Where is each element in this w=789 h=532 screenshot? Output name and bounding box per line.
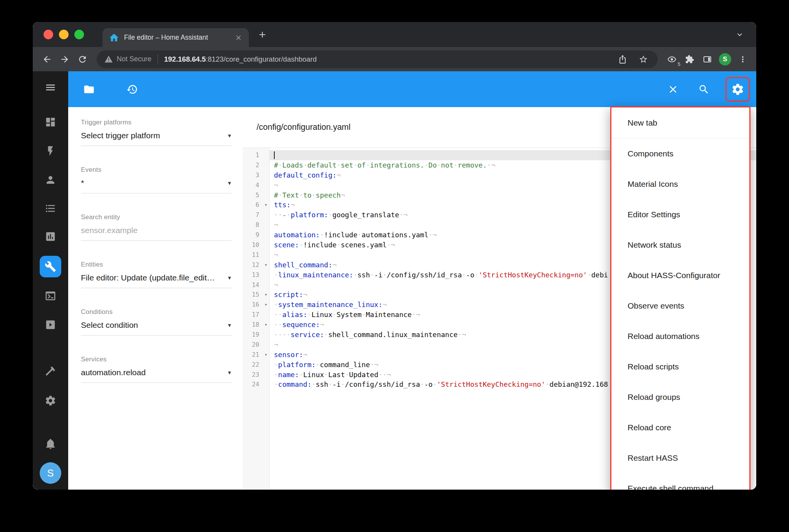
browser-menu-icon[interactable] bbox=[734, 50, 752, 68]
line-number: 23 bbox=[243, 370, 269, 380]
folder-browse-icon[interactable] bbox=[80, 80, 98, 99]
chevron-down-icon: ▼ bbox=[227, 180, 232, 186]
automation-form-panel: Trigger platforms Select trigger platfor… bbox=[68, 107, 243, 490]
line-number: 6▾ bbox=[243, 200, 269, 210]
field-search-entity: Search entity sensor.example bbox=[81, 213, 232, 241]
trigger-platform-select[interactable]: Select trigger platform▼ bbox=[81, 131, 232, 146]
ha-sidebar: S bbox=[33, 71, 68, 490]
minimize-window-button[interactable] bbox=[59, 30, 69, 39]
fold-arrow-icon[interactable]: ▾ bbox=[264, 290, 267, 300]
url-host: 192.168.64.5 bbox=[164, 55, 206, 63]
line-number: 22 bbox=[243, 360, 269, 370]
security-chip[interactable]: Not Secure bbox=[104, 55, 151, 64]
url-text: 192.168.64.5:8123/core_configurator/dash… bbox=[164, 55, 317, 64]
sidebar-item-logbook[interactable] bbox=[41, 199, 60, 218]
address-bar[interactable]: Not Secure 192.168.64.5:8123/core_config… bbox=[97, 50, 658, 68]
entities-select[interactable]: File editor: Update (update.file_edit…▼ bbox=[81, 273, 232, 288]
line-number: 4 bbox=[243, 180, 269, 190]
settings-dropdown-menu: New tab Components Material Icons Editor… bbox=[610, 106, 750, 490]
fold-arrow-icon[interactable]: ▾ bbox=[264, 260, 267, 270]
fold-arrow-icon[interactable]: ▾ bbox=[264, 350, 267, 360]
bookmark-star-icon[interactable] bbox=[635, 50, 652, 68]
menu-item-reload-automations[interactable]: Reload automations bbox=[611, 321, 749, 351]
field-label: Events bbox=[81, 166, 232, 174]
settings-gear-icon[interactable] bbox=[729, 80, 747, 99]
notifications-bell-icon[interactable] bbox=[41, 435, 60, 453]
side-panel-icon[interactable] bbox=[698, 50, 716, 68]
annotation-gear-highlight bbox=[725, 77, 750, 102]
browser-window: File editor – Home Assistant Not Secure bbox=[33, 22, 756, 490]
line-number: 15▾ bbox=[243, 290, 269, 300]
sidebar-item-file-editor[interactable] bbox=[40, 256, 61, 277]
profile-initial: S bbox=[723, 55, 727, 63]
reload-button[interactable] bbox=[74, 50, 91, 68]
menu-item-about[interactable]: About HASS-Configurator bbox=[611, 260, 749, 290]
menu-item-execute-shell-command[interactable]: Execute shell command bbox=[611, 473, 749, 490]
sidebar-item-energy[interactable] bbox=[41, 142, 60, 160]
menu-item-new-tab[interactable]: New tab bbox=[611, 107, 749, 138]
menu-item-network-status[interactable]: Network status bbox=[611, 230, 749, 260]
field-label: Entities bbox=[81, 261, 232, 269]
home-assistant-favicon-icon bbox=[109, 32, 119, 43]
menu-item-reload-core[interactable]: Reload core bbox=[611, 412, 749, 443]
field-label: Services bbox=[81, 356, 232, 363]
back-button[interactable] bbox=[38, 50, 56, 68]
chevron-down-icon: ▼ bbox=[227, 133, 232, 139]
search-icon[interactable] bbox=[695, 80, 713, 99]
forward-button[interactable] bbox=[56, 50, 74, 68]
sidebar-item-person[interactable] bbox=[41, 171, 60, 189]
sidebar-item-developer-tools[interactable] bbox=[41, 362, 60, 380]
tab-title: File editor – Home Assistant bbox=[124, 34, 233, 42]
line-number: 24 bbox=[243, 379, 269, 389]
line-number: 12▾ bbox=[243, 260, 269, 270]
fold-arrow-icon[interactable]: ▾ bbox=[264, 200, 267, 210]
url-path: :8123/core_configurator/dashboard bbox=[206, 55, 317, 63]
field-label: Search entity bbox=[81, 213, 232, 221]
menu-item-observe-events[interactable]: Observe events bbox=[611, 290, 749, 321]
menu-item-material-icons[interactable]: Material Icons bbox=[611, 169, 749, 199]
menu-item-reload-groups[interactable]: Reload groups bbox=[611, 382, 749, 412]
menu-item-restart-hass[interactable]: Restart HASS bbox=[611, 443, 749, 473]
fold-arrow-icon[interactable]: ▾ bbox=[264, 300, 267, 310]
chevron-down-icon: ▼ bbox=[227, 322, 232, 328]
sidebar-item-media[interactable] bbox=[41, 316, 60, 334]
tab-close-icon[interactable] bbox=[233, 32, 244, 44]
user-avatar[interactable]: S bbox=[40, 462, 61, 484]
line-number: 13 bbox=[243, 270, 269, 280]
line-number: 17 bbox=[243, 310, 269, 320]
sidebar-menu-hamburger-icon[interactable] bbox=[41, 78, 60, 97]
services-select[interactable]: automation.reload▼ bbox=[81, 368, 232, 383]
file-path: /config/configuration.yaml bbox=[257, 123, 351, 132]
sidebar-item-history[interactable] bbox=[41, 227, 60, 246]
conditions-select[interactable]: Select condition▼ bbox=[81, 321, 232, 336]
sidebar-item-terminal[interactable] bbox=[41, 287, 60, 305]
fold-arrow-icon[interactable]: ▾ bbox=[264, 320, 267, 330]
sidebar-item-overview[interactable] bbox=[41, 113, 60, 131]
tab-strip: File editor – Home Assistant bbox=[33, 22, 756, 47]
new-tab-button[interactable] bbox=[255, 27, 270, 42]
menu-item-reload-scripts[interactable]: Reload scripts bbox=[611, 351, 749, 382]
browser-toolbar: Not Secure 192.168.64.5:8123/core_config… bbox=[33, 47, 756, 71]
line-number: 3 bbox=[243, 170, 269, 180]
extensions-puzzle-icon[interactable] bbox=[681, 50, 698, 68]
search-entity-input[interactable]: sensor.example bbox=[81, 226, 232, 241]
menu-item-components[interactable]: Components bbox=[611, 138, 749, 169]
wrench-icon bbox=[45, 261, 56, 272]
browser-tab[interactable]: File editor – Home Assistant bbox=[102, 28, 249, 47]
events-select[interactable]: *▼ bbox=[81, 178, 232, 193]
privacy-extension-icon[interactable]: 5 bbox=[663, 50, 681, 68]
close-icon[interactable] bbox=[664, 80, 682, 99]
profile-avatar[interactable]: S bbox=[716, 50, 734, 68]
zoom-window-button[interactable] bbox=[74, 30, 84, 39]
close-window-button[interactable] bbox=[44, 30, 53, 39]
history-icon[interactable] bbox=[123, 80, 141, 99]
sidebar-item-settings[interactable] bbox=[41, 391, 60, 410]
line-number: 18▾ bbox=[243, 320, 269, 330]
line-number: 5 bbox=[243, 190, 269, 200]
line-number: 21▾ bbox=[243, 350, 269, 360]
tab-search-chevron-icon[interactable] bbox=[733, 28, 746, 41]
share-icon[interactable] bbox=[614, 50, 631, 68]
menu-item-editor-settings[interactable]: Editor Settings bbox=[611, 199, 749, 230]
line-number: 9 bbox=[243, 230, 269, 240]
line-number: 1 bbox=[243, 150, 269, 160]
